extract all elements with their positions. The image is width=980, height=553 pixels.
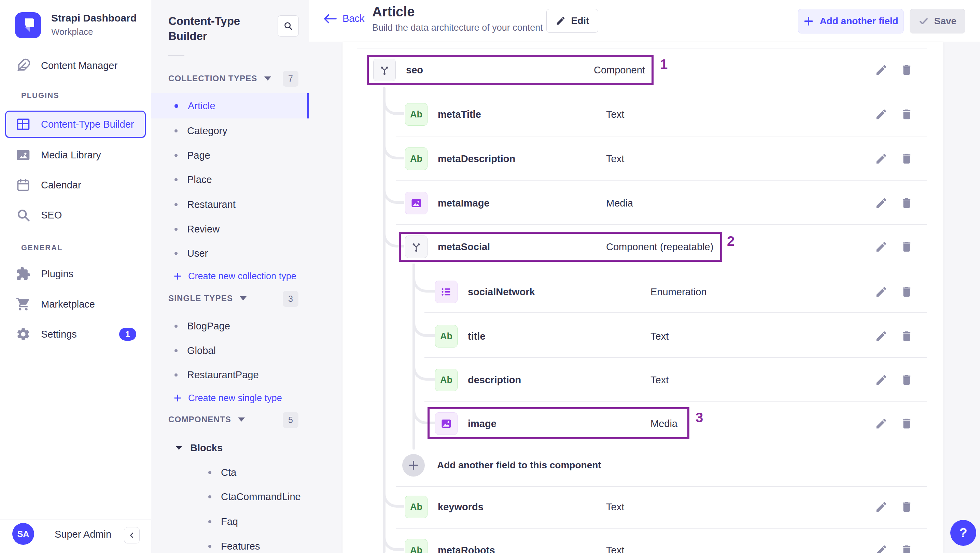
feather-icon (16, 58, 31, 73)
delete-field-button[interactable] (899, 543, 914, 553)
plus-icon (803, 16, 814, 27)
component-cta[interactable]: Cta (151, 463, 309, 482)
search-button[interactable] (278, 15, 299, 37)
chevron-left-icon (128, 531, 135, 539)
annotation-number-1: 1 (660, 57, 668, 72)
collection-type-restaurant[interactable]: Restaurant (151, 195, 309, 214)
delete-field-button[interactable] (899, 499, 914, 515)
delete-field-button[interactable] (899, 62, 914, 78)
sidebar-item-marketplace[interactable]: Marketplace (0, 293, 151, 315)
single-type-global[interactable]: Global (151, 341, 309, 360)
avatar[interactable]: SA (12, 523, 34, 545)
create-single-type-link[interactable]: Create new single type (151, 388, 309, 408)
field-name: metaDescription (438, 153, 515, 165)
arrow-left-icon (323, 13, 337, 24)
sidebar-item-media-library[interactable]: Media Library (0, 144, 151, 166)
component-group-blocks[interactable]: Blocks (151, 438, 309, 458)
sidebar-item-label: Settings (41, 329, 77, 340)
chevron-down-icon (240, 296, 247, 300)
field-row-metadescription: Ab metaDescription Text (342, 136, 943, 181)
delete-field-button[interactable] (899, 107, 914, 122)
sidebar-item-calendar[interactable]: Calendar (0, 174, 151, 196)
field-type: Media (606, 198, 633, 209)
edit-field-button[interactable] (874, 416, 889, 431)
delete-field-button[interactable] (899, 372, 914, 388)
edit-field-button[interactable] (874, 499, 889, 515)
save-button[interactable]: Save (910, 9, 965, 33)
component-faq[interactable]: Faq (151, 512, 309, 531)
delete-field-button[interactable] (899, 239, 914, 254)
sidebar-item-seo[interactable]: SEO (0, 204, 151, 226)
bullet-icon (175, 373, 178, 377)
edit-field-button[interactable] (874, 195, 889, 211)
field-row-socialnetwork: socialNetwork Enumeration (342, 269, 943, 315)
bullet-icon (208, 471, 212, 474)
edit-field-button[interactable] (874, 107, 889, 122)
component-ctacommandline[interactable]: CtaCommandLine (151, 487, 309, 506)
divider (168, 55, 185, 56)
gear-icon (16, 327, 31, 342)
collapse-sidebar-button[interactable] (124, 527, 140, 543)
collection-type-article[interactable]: Article (151, 93, 309, 118)
add-another-field-button[interactable]: Add another field (798, 9, 904, 33)
edit-field-button[interactable] (874, 151, 889, 166)
chevron-down-icon (176, 446, 182, 450)
collection-type-place[interactable]: Place (151, 170, 309, 189)
delete-field-button[interactable] (899, 195, 914, 211)
text-field-icon: Ab (435, 369, 458, 391)
edit-field-button[interactable] (874, 239, 889, 254)
edit-field-button[interactable] (874, 329, 889, 344)
strapi-app: Strapi Dashboard Workplace Content Manag… (0, 0, 980, 553)
field-name: metaRobots (438, 545, 495, 553)
collection-type-category[interactable]: Category (151, 121, 309, 140)
field-type: Text (651, 331, 668, 342)
field-type: Component (594, 65, 645, 76)
create-collection-type-link[interactable]: Create new collection type (151, 267, 309, 286)
workspace-title: Strapi Dashboard (51, 12, 137, 24)
sidebar-item-settings[interactable]: Settings 1 (0, 323, 151, 345)
sidebar-item-label: Media Library (41, 149, 101, 161)
media-field-icon (405, 192, 428, 215)
field-name: metaSocial (438, 242, 490, 253)
plugins-section-label: PLUGINS (21, 91, 59, 100)
bullet-icon (208, 495, 212, 498)
component-features[interactable]: Features (151, 537, 309, 553)
field-type: Media (651, 418, 678, 429)
edit-field-button[interactable] (874, 284, 889, 299)
field-row-seo: seo Component (342, 48, 943, 92)
sidebar-item-content-manager[interactable]: Content Manager (0, 55, 151, 76)
add-field-to-component-button[interactable] (402, 454, 425, 477)
field-name: title (468, 331, 485, 342)
delete-field-button[interactable] (899, 416, 914, 431)
add-field-to-component-label[interactable]: Add another field to this component (437, 460, 601, 471)
single-type-restaurantpage[interactable]: RestaurantPage (151, 365, 309, 385)
single-types-count-badge: 3 (283, 291, 298, 307)
page-subtitle: Build the data architecture of your cont… (372, 22, 543, 33)
general-section-label: GENERAL (21, 243, 63, 252)
bullet-icon (175, 203, 178, 206)
sidebar-item-content-type-builder[interactable]: Content-Type Builder (5, 111, 146, 138)
help-button[interactable]: ? (950, 520, 976, 546)
plus-icon (173, 394, 182, 402)
puzzle-icon (16, 266, 31, 281)
field-row-keywords: Ab keywords Text (342, 485, 943, 529)
content-type-builder-panel: Content-Type Builder COLLECTION TYPES 7 … (151, 0, 309, 553)
bullet-icon (175, 178, 178, 181)
workspace-switcher[interactable]: Strapi Dashboard Workplace (0, 0, 151, 50)
collection-type-page[interactable]: Page (151, 146, 309, 165)
delete-field-button[interactable] (899, 329, 914, 344)
delete-field-button[interactable] (899, 284, 914, 299)
edit-button[interactable]: Edit (546, 9, 598, 33)
bullet-icon (175, 349, 178, 352)
delete-field-button[interactable] (899, 151, 914, 166)
bullet-icon (175, 325, 178, 328)
collection-type-user[interactable]: User (151, 244, 309, 263)
edit-field-button[interactable] (874, 543, 889, 553)
sidebar-item-label: Calendar (41, 180, 81, 191)
edit-field-button[interactable] (874, 372, 889, 388)
edit-field-button[interactable] (874, 62, 889, 78)
sidebar-item-plugins[interactable]: Plugins (0, 263, 151, 285)
single-type-blogpage[interactable]: BlogPage (151, 316, 309, 335)
back-button[interactable]: Back (323, 13, 364, 24)
collection-type-review[interactable]: Review (151, 219, 309, 238)
